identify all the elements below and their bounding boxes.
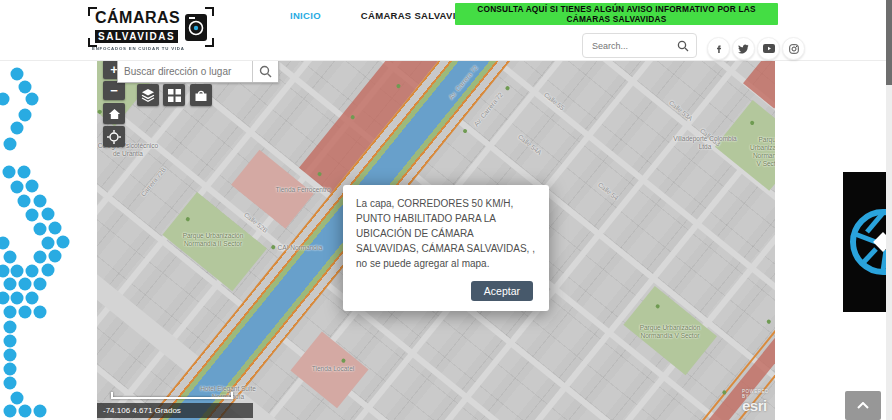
instagram-icon [789,44,799,54]
page: CÁMARAS SALVAVIDAS ENFOCADOS EN CUIDAR T… [0,0,892,420]
site-search-button[interactable] [670,34,696,57]
search-icon [677,40,689,52]
esri-logo: esri [742,398,775,413]
site-search-input[interactable] [583,41,670,51]
nav-item-inicio[interactable]: INICIO [290,10,321,21]
youtube-button[interactable] [757,37,780,60]
logo-bracket [88,7,97,16]
home-button[interactable] [103,103,125,124]
poi-label: Villadeporte Colombia Ltda [673,135,736,151]
poi-label: Parque Urbanización Normandía II Sector [183,232,244,248]
dialog-message: La capa, CORREDORES 50 KM/H, PUNTO HABIL… [356,196,536,271]
basemap-button[interactable] [163,84,185,106]
facebook-icon [714,44,724,54]
map-scale-bar [111,392,233,399]
logo-tagline: ENFOCADOS EN CUIDAR TU VIDA [92,46,185,50]
site-logo[interactable]: CÁMARAS SALVAVIDAS [88,7,214,47]
twitter-button[interactable] [732,37,755,60]
page-scrollbar[interactable] [886,0,892,420]
scroll-to-top-button[interactable] [845,391,881,420]
youtube-icon [763,44,775,53]
facebook-button[interactable] [707,37,730,60]
layers-button[interactable] [137,84,159,106]
basemap-grid-icon [168,89,181,102]
poi-label: Parque Urbanización Normandía V Sector [750,136,775,169]
home-icon [108,108,121,120]
layers-icon [141,88,155,102]
chevron-up-icon [857,402,869,409]
map-search-input[interactable] [118,61,252,82]
poi-label: Parque Urbanización Normandía V Sector [640,324,701,340]
tree-dot [766,319,772,325]
locate-icon [107,130,121,144]
main-nav: INICIO CÁMARAS SALVAVIDAS [290,10,477,21]
scrollbar-thumb[interactable] [886,0,892,85]
poi-label: CAI Normandía [278,244,323,252]
logo-line2: SALVAVIDAS [95,30,178,43]
instagram-button[interactable] [782,37,805,60]
logo-bracket [205,7,214,16]
map-search [117,60,279,83]
twitter-icon [738,44,749,54]
search-icon [259,65,272,78]
camera-aperture-panel[interactable] [843,172,886,312]
logo-line1: CÁMARAS [95,10,180,26]
poi-label: Tienda Ferrocentro [275,186,330,194]
corridor-red-zone [743,60,775,108]
aperture-icon [843,172,886,312]
map-search-button[interactable] [252,61,278,82]
locate-button[interactable] [103,126,125,147]
aviso-informativo-banner-button[interactable]: CONSULTA AQUÍ SI TIENES ALGÚN AVISO INFO… [455,3,778,25]
logo-bracket [205,38,214,47]
site-header: CÁMARAS SALVAVIDAS ENFOCADOS EN CUIDAR T… [0,0,892,61]
map-coordinates: -74.106 4.671 Grados [97,403,253,418]
camera-logo-icon [185,14,207,41]
poi-label: Tienda Locatel [312,365,354,373]
zoom-out-button[interactable]: − [103,81,125,100]
site-search [582,33,697,58]
social-links [707,37,806,60]
dots-decoration [0,55,70,420]
basemap-gallery-button[interactable] [190,84,212,106]
esri-attribution: POWERED BY esri [742,390,775,413]
tree-dot [505,85,511,91]
logo-text: CÁMARAS SALVAVIDAS [95,10,180,44]
layer-error-dialog: La capa, CORREDORES 50 KM/H, PUNTO HABIL… [343,185,549,311]
basemap-gallery-icon [194,89,208,102]
accept-button[interactable]: Aceptar [471,281,533,301]
